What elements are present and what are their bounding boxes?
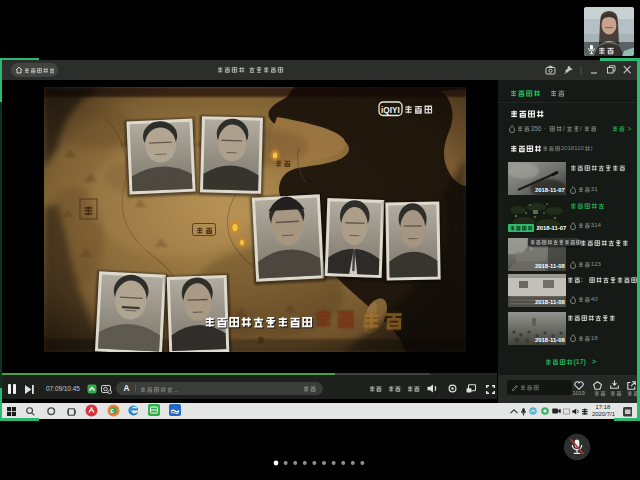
svg-text:·: · bbox=[544, 125, 546, 132]
svg-text:/: / bbox=[563, 125, 565, 132]
svg-text:/: / bbox=[580, 125, 582, 132]
svg-text:31: 31 bbox=[590, 186, 597, 192]
svg-text:...: ... bbox=[174, 386, 179, 393]
svg-text:iQIYI: iQIYI bbox=[381, 106, 400, 115]
svg-text:>: > bbox=[592, 358, 596, 365]
svg-text::: : bbox=[581, 276, 583, 283]
svg-text:(17): (17) bbox=[574, 358, 586, 366]
svg-text:(: ( bbox=[539, 145, 541, 151]
svg-text:356: 356 bbox=[531, 125, 542, 132]
svg-text:>: > bbox=[628, 125, 632, 132]
svg-text:18: 18 bbox=[590, 335, 597, 341]
svg-text:123: 123 bbox=[590, 261, 601, 267]
svg-text:2018110: 2018110 bbox=[561, 145, 585, 151]
svg-text:314: 314 bbox=[590, 222, 601, 228]
svg-text:40: 40 bbox=[590, 296, 597, 302]
svg-text:c: c bbox=[110, 407, 114, 414]
svg-text:): ) bbox=[591, 145, 593, 151]
